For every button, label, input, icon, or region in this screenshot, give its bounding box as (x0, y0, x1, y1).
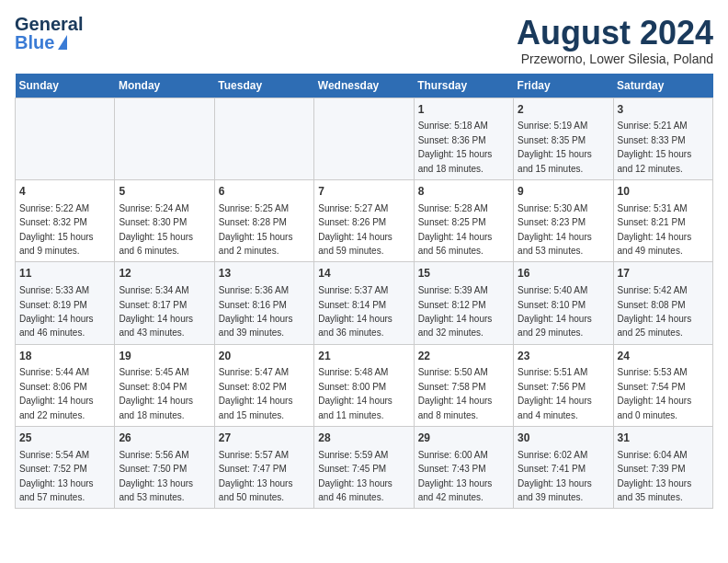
calendar-cell: 4Sunrise: 5:22 AM Sunset: 8:32 PM Daylig… (16, 179, 115, 261)
calendar-cell: 9Sunrise: 5:30 AM Sunset: 8:23 PM Daylig… (514, 179, 613, 261)
calendar-cell: 8Sunrise: 5:28 AM Sunset: 8:25 PM Daylig… (414, 179, 513, 261)
day-number: 8 (418, 184, 509, 200)
day-info: Sunrise: 5:18 AM Sunset: 8:36 PM Dayligh… (418, 121, 493, 173)
day-info: Sunrise: 5:19 AM Sunset: 8:35 PM Dayligh… (518, 121, 592, 173)
day-number: 5 (119, 184, 210, 200)
day-info: Sunrise: 5:30 AM Sunset: 8:23 PM Dayligh… (518, 203, 592, 256)
calendar-cell: 3Sunrise: 5:21 AM Sunset: 8:33 PM Daylig… (613, 98, 712, 179)
calendar-cell: 5Sunrise: 5:24 AM Sunset: 8:30 PM Daylig… (115, 179, 214, 261)
day-info: Sunrise: 5:54 AM Sunset: 7:52 PM Dayligh… (19, 450, 94, 502)
calendar-body: 1Sunrise: 5:18 AM Sunset: 8:36 PM Daylig… (16, 98, 713, 509)
calendar-cell: 20Sunrise: 5:47 AM Sunset: 8:02 PM Dayli… (214, 344, 313, 426)
week-row-3: 11Sunrise: 5:33 AM Sunset: 8:19 PM Dayli… (16, 262, 713, 344)
day-number: 19 (119, 349, 210, 364)
calendar-cell: 7Sunrise: 5:27 AM Sunset: 8:26 PM Daylig… (314, 179, 414, 261)
logo-blue-text: Blue (15, 33, 67, 52)
day-number: 29 (418, 431, 509, 446)
calendar-cell: 6Sunrise: 5:25 AM Sunset: 8:28 PM Daylig… (214, 179, 313, 261)
calendar-cell: 31Sunrise: 6:04 AM Sunset: 7:39 PM Dayli… (613, 427, 712, 509)
day-info: Sunrise: 5:47 AM Sunset: 8:02 PM Dayligh… (219, 367, 293, 419)
day-number: 13 (219, 266, 310, 282)
day-number: 6 (219, 184, 310, 200)
day-info: Sunrise: 5:42 AM Sunset: 8:08 PM Dayligh… (618, 285, 692, 338)
calendar-cell: 13Sunrise: 5:36 AM Sunset: 8:16 PM Dayli… (214, 262, 313, 344)
day-number: 1 (418, 102, 509, 118)
day-info: Sunrise: 5:57 AM Sunset: 7:47 PM Dayligh… (219, 450, 293, 502)
calendar-cell: 26Sunrise: 5:56 AM Sunset: 7:50 PM Dayli… (115, 427, 214, 509)
day-number: 2 (518, 102, 609, 118)
day-number: 10 (618, 184, 709, 200)
day-info: Sunrise: 5:33 AM Sunset: 8:19 PM Dayligh… (19, 285, 94, 338)
day-number: 16 (518, 266, 609, 282)
calendar-cell: 24Sunrise: 5:53 AM Sunset: 7:54 PM Dayli… (613, 344, 712, 426)
calendar-cell (16, 98, 115, 179)
day-number: 3 (618, 102, 709, 118)
calendar-cell: 1Sunrise: 5:18 AM Sunset: 8:36 PM Daylig… (414, 98, 513, 179)
day-info: Sunrise: 6:00 AM Sunset: 7:43 PM Dayligh… (418, 450, 493, 502)
calendar-cell: 17Sunrise: 5:42 AM Sunset: 8:08 PM Dayli… (613, 262, 712, 344)
calendar-cell (214, 98, 313, 179)
day-info: Sunrise: 5:27 AM Sunset: 8:26 PM Dayligh… (318, 203, 392, 256)
header-row: SundayMondayTuesdayWednesdayThursdayFrid… (16, 74, 713, 98)
day-number: 20 (219, 349, 310, 364)
day-info: Sunrise: 6:04 AM Sunset: 7:39 PM Dayligh… (618, 450, 692, 502)
title-block: August 2024 Przeworno, Lower Silesia, Po… (517, 15, 713, 66)
calendar-header: SundayMondayTuesdayWednesdayThursdayFrid… (16, 74, 713, 98)
day-info: Sunrise: 5:44 AM Sunset: 8:06 PM Dayligh… (19, 367, 94, 419)
day-info: Sunrise: 5:45 AM Sunset: 8:04 PM Dayligh… (119, 367, 193, 419)
day-info: Sunrise: 5:31 AM Sunset: 8:21 PM Dayligh… (618, 203, 692, 256)
day-info: Sunrise: 6:02 AM Sunset: 7:41 PM Dayligh… (518, 450, 592, 502)
logo-triangle-icon (58, 35, 67, 50)
day-number: 4 (19, 184, 110, 200)
calendar-cell: 12Sunrise: 5:34 AM Sunset: 8:17 PM Dayli… (115, 262, 214, 344)
day-number: 31 (618, 431, 709, 446)
day-number: 12 (119, 266, 210, 282)
calendar-cell: 19Sunrise: 5:45 AM Sunset: 8:04 PM Dayli… (115, 344, 214, 426)
weekday-header-tuesday: Tuesday (214, 74, 313, 98)
day-info: Sunrise: 5:21 AM Sunset: 8:33 PM Dayligh… (618, 121, 692, 173)
weekday-header-thursday: Thursday (414, 74, 513, 98)
day-number: 21 (318, 349, 409, 364)
calendar-cell: 27Sunrise: 5:57 AM Sunset: 7:47 PM Dayli… (214, 427, 313, 509)
day-info: Sunrise: 5:39 AM Sunset: 8:12 PM Dayligh… (418, 285, 493, 338)
day-info: Sunrise: 5:37 AM Sunset: 8:14 PM Dayligh… (318, 285, 392, 338)
day-info: Sunrise: 5:48 AM Sunset: 8:00 PM Dayligh… (318, 367, 392, 419)
day-info: Sunrise: 5:28 AM Sunset: 8:25 PM Dayligh… (418, 203, 493, 256)
day-info: Sunrise: 5:22 AM Sunset: 8:32 PM Dayligh… (19, 203, 94, 256)
day-info: Sunrise: 5:24 AM Sunset: 8:30 PM Dayligh… (119, 203, 193, 256)
day-number: 30 (518, 431, 609, 446)
day-number: 17 (618, 266, 709, 282)
week-row-2: 4Sunrise: 5:22 AM Sunset: 8:32 PM Daylig… (16, 179, 713, 261)
day-number: 22 (418, 349, 509, 364)
calendar-cell: 29Sunrise: 6:00 AM Sunset: 7:43 PM Dayli… (414, 427, 513, 509)
calendar-cell: 2Sunrise: 5:19 AM Sunset: 8:35 PM Daylig… (514, 98, 613, 179)
calendar-cell (314, 98, 414, 179)
day-number: 26 (119, 431, 210, 446)
day-info: Sunrise: 5:50 AM Sunset: 7:58 PM Dayligh… (418, 367, 493, 419)
day-number: 25 (19, 431, 110, 446)
day-info: Sunrise: 5:40 AM Sunset: 8:10 PM Dayligh… (518, 285, 592, 338)
subtitle: Przeworno, Lower Silesia, Poland (517, 52, 713, 66)
day-info: Sunrise: 5:56 AM Sunset: 7:50 PM Dayligh… (119, 450, 193, 502)
day-number: 9 (518, 184, 609, 200)
main-title: August 2024 (517, 15, 713, 52)
logo: General Blue (15, 15, 83, 52)
calendar-cell: 16Sunrise: 5:40 AM Sunset: 8:10 PM Dayli… (514, 262, 613, 344)
calendar-cell: 10Sunrise: 5:31 AM Sunset: 8:21 PM Dayli… (613, 179, 712, 261)
week-row-5: 25Sunrise: 5:54 AM Sunset: 7:52 PM Dayli… (16, 427, 713, 509)
calendar-cell: 11Sunrise: 5:33 AM Sunset: 8:19 PM Dayli… (16, 262, 115, 344)
calendar-cell: 15Sunrise: 5:39 AM Sunset: 8:12 PM Dayli… (414, 262, 513, 344)
day-number: 18 (19, 349, 110, 364)
day-number: 24 (618, 349, 709, 364)
day-number: 27 (219, 431, 310, 446)
day-number: 11 (19, 266, 110, 282)
weekday-header-wednesday: Wednesday (314, 74, 414, 98)
day-info: Sunrise: 5:51 AM Sunset: 7:56 PM Dayligh… (518, 367, 592, 419)
calendar-table: SundayMondayTuesdayWednesdayThursdayFrid… (15, 74, 713, 510)
calendar-cell (115, 98, 214, 179)
calendar-cell: 18Sunrise: 5:44 AM Sunset: 8:06 PM Dayli… (16, 344, 115, 426)
page-header: General Blue August 2024 Przeworno, Lowe… (15, 15, 713, 66)
day-info: Sunrise: 5:34 AM Sunset: 8:17 PM Dayligh… (119, 285, 193, 338)
weekday-header-sunday: Sunday (16, 74, 115, 98)
day-info: Sunrise: 5:59 AM Sunset: 7:45 PM Dayligh… (318, 450, 392, 502)
